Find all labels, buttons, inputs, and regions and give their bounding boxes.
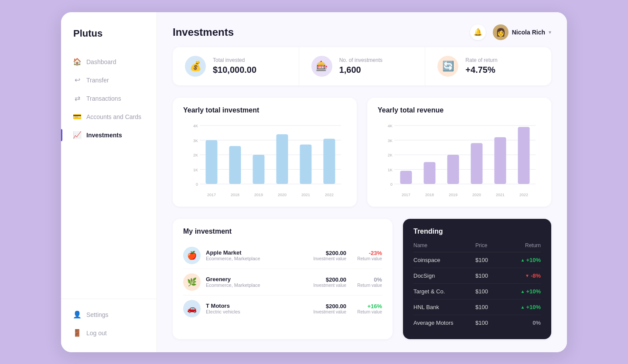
- table-row: DocSign $100 ▼ -8%: [413, 268, 541, 284]
- svg-text:3K: 3K: [193, 138, 198, 143]
- notification-button[interactable]: 🔔: [470, 24, 486, 40]
- trending-return: ▼ -8%: [510, 272, 541, 279]
- investment-name: T Motors: [206, 303, 308, 309]
- trending-name: DocSign: [413, 272, 475, 279]
- my-investment-card: My investment 🍎 Apple Market Ecommerce, …: [173, 219, 392, 339]
- sidebar: Plutus 🏠Dashboard↩Transfer⇄Transactions💳…: [61, 12, 157, 352]
- svg-rect-14: [253, 155, 265, 184]
- trending-card: Trending Name Price Return Coinspace $10…: [403, 219, 551, 339]
- svg-rect-36: [447, 155, 459, 184]
- revenue-chart-title: Yearly total revenue: [378, 106, 541, 114]
- user-menu[interactable]: 👩 Nicola Rich ▾: [493, 24, 551, 40]
- investment-list: 🍎 Apple Market Ecommerce, Marketplace $2…: [183, 242, 382, 322]
- sidebar-item-settings[interactable]: 👤Settings: [61, 306, 157, 323]
- svg-text:4K: 4K: [388, 124, 392, 128]
- sidebar-item-investments[interactable]: 📈Investments: [61, 126, 157, 144]
- table-row: Target & Co. $100 ▲ +10%: [413, 284, 541, 299]
- stat-info-num_investments: No. of investments 1,600: [339, 57, 382, 75]
- trending-return-value: +10%: [526, 288, 541, 295]
- revenue-chart-svg: 4K3K2K1K0201720182019202020212022: [378, 121, 541, 200]
- content-area: 💰 Total invested $10,000.00 🎰 No. of inv…: [157, 47, 567, 352]
- stat-label-num_investments: No. of investments: [339, 57, 382, 63]
- trending-header: Name Price Return: [413, 242, 541, 252]
- chevron-down-icon: ▾: [549, 29, 551, 35]
- nav-icon-investments: 📈: [73, 131, 81, 139]
- nav-label-dashboard: Dashboard: [86, 58, 116, 65]
- sidebar-item-logout[interactable]: 🚪Log out: [61, 324, 157, 342]
- table-row: Average Motors $100 0%: [413, 315, 541, 330]
- investment-return-label: Return value: [352, 283, 382, 288]
- svg-rect-34: [424, 162, 436, 184]
- svg-text:2018: 2018: [231, 193, 239, 197]
- svg-rect-12: [229, 146, 241, 184]
- nav-label-accounts: Accounts and Cards: [86, 113, 141, 120]
- svg-text:2020: 2020: [278, 193, 287, 197]
- svg-text:1K: 1K: [193, 167, 198, 172]
- svg-rect-42: [518, 127, 530, 184]
- investment-return: 0% Return value: [352, 276, 382, 288]
- investment-value: $200.00: [313, 276, 346, 283]
- svg-rect-10: [206, 140, 218, 184]
- sidebar-item-accounts[interactable]: 💳Accounts and Cards: [61, 108, 157, 126]
- list-item: 🍎 Apple Market Ecommerce, Marketplace $2…: [183, 242, 382, 269]
- trending-price: $100: [475, 304, 510, 310]
- svg-rect-38: [471, 143, 483, 184]
- investment-amount: $200.00 Investment value: [313, 250, 346, 261]
- stat-rate_return: 🔄 Rate of return +4.75%: [425, 47, 551, 85]
- investment-icon: 🍎: [183, 247, 201, 264]
- investment-sub: Ecommerce, Marketplace: [206, 256, 308, 261]
- trending-name: Average Motors: [413, 320, 475, 326]
- svg-text:2017: 2017: [402, 193, 410, 197]
- header: Investments 🔔 👩 Nicola Rich ▾: [157, 12, 567, 47]
- investment-sub: Ecommerce, Marketplace: [206, 282, 308, 288]
- trending-table: Name Price Return Coinspace $100 ▲ +10% …: [413, 242, 541, 330]
- nav-label-logout: Log out: [86, 330, 107, 337]
- trending-list: Coinspace $100 ▲ +10% DocSign $100 ▼ -8%…: [413, 252, 541, 330]
- trending-return: ▲ +10%: [510, 304, 541, 310]
- stats-row: 💰 Total invested $10,000.00 🎰 No. of inv…: [173, 47, 551, 85]
- stat-icon-rate_return: 🔄: [437, 56, 458, 77]
- bottom-row: My investment 🍎 Apple Market Ecommerce, …: [173, 219, 551, 339]
- trending-name: Target & Co.: [413, 288, 475, 295]
- svg-text:2022: 2022: [519, 193, 528, 197]
- sidebar-item-transfer[interactable]: ↩Transfer: [61, 71, 157, 89]
- svg-text:4K: 4K: [193, 124, 198, 128]
- sidebar-item-dashboard[interactable]: 🏠Dashboard: [61, 53, 157, 71]
- investment-return-label: Return value: [352, 256, 382, 261]
- trending-return: ▲ +10%: [510, 257, 541, 263]
- trending-return-value: +10%: [526, 257, 541, 263]
- my-investment-title: My investment: [183, 228, 382, 235]
- header-right: 🔔 👩 Nicola Rich ▾: [470, 24, 551, 40]
- nav-label-settings: Settings: [86, 311, 109, 318]
- sidebar-item-transactions[interactable]: ⇄Transactions: [61, 90, 157, 107]
- svg-text:2022: 2022: [325, 193, 334, 197]
- svg-text:3K: 3K: [388, 138, 392, 143]
- svg-rect-32: [400, 170, 412, 184]
- nav-icon-accounts: 💳: [73, 113, 81, 121]
- investment-chart-title: Yearly total investment: [183, 106, 346, 114]
- trending-name: HNL Bank: [413, 304, 475, 310]
- investment-name: Apple Market: [206, 249, 308, 256]
- stat-icon-total_invested: 💰: [185, 56, 206, 77]
- sidebar-bottom: 👤Settings🚪Log out: [61, 299, 157, 342]
- trend-arrow-icon: ▼: [525, 273, 529, 278]
- stat-num_investments: 🎰 No. of investments 1,600: [299, 47, 426, 85]
- investment-amount-label: Investment value: [313, 310, 346, 314]
- investment-icon: 🚗: [183, 300, 201, 317]
- avatar: 👩: [493, 24, 509, 40]
- col-return: Return: [510, 242, 541, 248]
- list-item: 🚗 T Motors Electric vehicles $200.00 Inv…: [183, 296, 382, 322]
- stat-value-num_investments: 1,600: [339, 65, 382, 75]
- svg-text:2019: 2019: [254, 193, 263, 197]
- investment-amount: $200.00 Investment value: [313, 276, 346, 288]
- trending-return-value: +10%: [526, 304, 541, 310]
- user-name: Nicola Rich: [512, 29, 545, 36]
- stat-icon-num_investments: 🎰: [311, 56, 332, 77]
- main-content: Investments 🔔 👩 Nicola Rich ▾ 💰 Total in…: [157, 12, 567, 352]
- svg-text:2017: 2017: [207, 193, 216, 197]
- page-title: Investments: [173, 26, 234, 38]
- trend-arrow-icon: ▲: [520, 258, 525, 262]
- svg-text:2018: 2018: [425, 193, 434, 197]
- trending-price: $100: [475, 320, 510, 326]
- nav-label-transfer: Transfer: [86, 77, 109, 84]
